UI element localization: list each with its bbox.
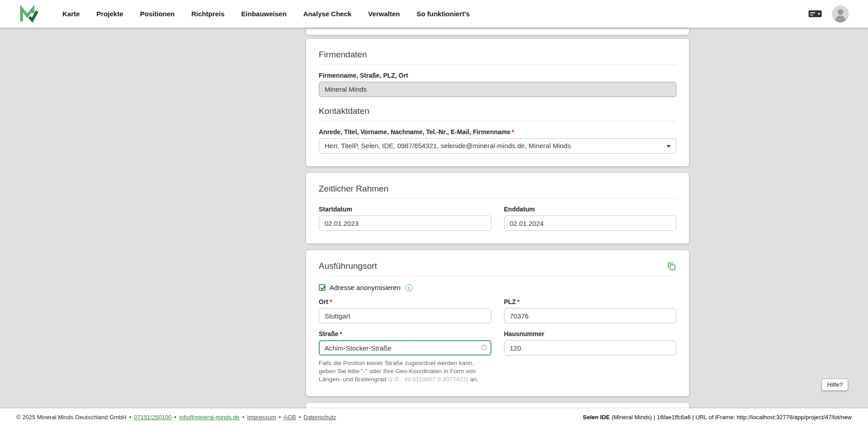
top-navigation: Karte Projekte Positionen Richtpreis Ein… (0, 0, 868, 28)
strasse-field: Straße* Falls die Position keiner Straße… (319, 323, 491, 384)
separator-dot: • (174, 414, 176, 421)
chevron-down-icon (666, 145, 671, 148)
startdatum-field: Startdatum (319, 199, 491, 231)
plz-label-text: PLZ (504, 298, 516, 305)
ort-input[interactable] (319, 308, 491, 323)
startdatum-label: Startdatum (319, 206, 491, 213)
footer-status: Selen IDE (Mineral Minds) | 16fae1ffc6a6… (583, 414, 852, 421)
footer-email-link[interactable]: info@mineral-minds.de (179, 414, 240, 421)
anonymize-label: Adresse anonymisieren (330, 284, 401, 291)
nav-item-positionen[interactable]: Positionen (140, 10, 175, 18)
ort-field: Ort* (319, 291, 491, 323)
address-fields-grid: Ort* PLZ* Straße* Falls die P (319, 291, 676, 384)
nav-item-einbauweisen[interactable]: Einbauweisen (241, 10, 287, 18)
server-icon[interactable] (808, 9, 822, 19)
ausfuehrungsort-header: Ausführungsort (319, 261, 676, 272)
help-button[interactable]: Hilfe? (821, 379, 848, 391)
footer-agb-link[interactable]: AGB (283, 414, 296, 421)
required-marker: * (517, 298, 519, 305)
required-marker: * (340, 330, 342, 337)
strasse-input[interactable] (319, 340, 491, 356)
separator-dot: • (279, 414, 281, 421)
separator-dot: • (129, 414, 132, 421)
section-title-firmendaten: Firmendaten (319, 50, 676, 60)
nav-item-richtpreis[interactable]: Richtpreis (191, 10, 224, 18)
iframe-url-text: (Mineral Minds) | 16fae1ffc6a6 | URL of … (610, 414, 852, 421)
required-marker: * (512, 128, 514, 136)
copyright-text: © 2025 Mineral Minds Deutschland GmbH (16, 414, 127, 421)
footer-datenschutz-link[interactable]: Datenschutz (303, 414, 336, 421)
divider (319, 65, 676, 65)
contact-select[interactable]: Herr, TitelP, Selen, IDE, 0987/654321, s… (319, 138, 676, 154)
contact-select-value: Herr, TitelP, Selen, IDE, 0987/654321, s… (325, 142, 571, 150)
company-label: Firmenname, Straße, PLZ, Ort (319, 72, 676, 79)
divider (319, 121, 676, 122)
anonymize-checkbox[interactable] (319, 284, 326, 291)
hausnummer-label: Hausnummer (504, 330, 677, 337)
nav-item-projekte[interactable]: Projekte (96, 10, 123, 18)
footer-impressum-link[interactable]: Impressum (247, 414, 276, 421)
section-title-zeitlicher-rahmen: Zeitlicher Rahmen (319, 184, 676, 194)
strasse-label: Straße* (319, 330, 491, 337)
plz-input[interactable] (504, 308, 677, 323)
strasse-hint: Falls die Position keiner Straße zugeord… (319, 359, 487, 384)
ort-label: Ort* (319, 298, 491, 305)
separator-dot: • (242, 414, 245, 421)
plz-field: PLZ* (504, 291, 677, 323)
enddatum-label: Enddatum (504, 206, 677, 213)
nav-item-so-funktionierts[interactable]: So funktioniert's (416, 10, 470, 18)
mineral-minds-logo[interactable] (20, 5, 38, 23)
card-ausfuehrungsort: Ausführungsort Adresse anonymisieren Ort… (306, 250, 689, 396)
footer-links: © 2025 Mineral Minds Deutschland GmbH • … (16, 414, 336, 421)
enddatum-field: Enddatum (504, 199, 677, 231)
contact-label-text: Anrede, Titel, Vorname, Nachname, Tel.-N… (319, 128, 510, 136)
date-fields-grid: Startdatum Enddatum (319, 199, 676, 231)
strasse-label-text: Straße (319, 330, 339, 337)
contact-label: Anrede, Titel, Vorname, Nachname, Tel.-N… (319, 128, 676, 136)
required-marker: * (330, 298, 332, 305)
loading-spinner-icon (481, 345, 487, 351)
user-avatar[interactable] (832, 5, 849, 23)
info-icon[interactable] (406, 284, 413, 291)
section-title-kontaktdaten: Kontaktdaten (319, 106, 676, 117)
startdatum-input[interactable] (319, 215, 491, 231)
copy-icon[interactable] (667, 262, 676, 271)
logo-icon (20, 5, 38, 23)
nav-right-actions (808, 5, 849, 23)
card-firmendaten: Firmendaten Firmenname, Straße, PLZ, Ort… (306, 39, 689, 166)
divider (319, 276, 676, 276)
plz-label: PLZ* (504, 298, 677, 305)
separator-dot: • (299, 414, 301, 421)
ide-name-text: Selen IDE (583, 414, 610, 421)
main-nav: Karte Projekte Positionen Richtpreis Ein… (62, 10, 470, 18)
hint-suffix-text: an. (468, 376, 479, 383)
company-label-text: Firmenname, Straße, PLZ, Ort (319, 72, 408, 79)
nav-item-analyse-check[interactable]: Analyse Check (303, 10, 352, 18)
project-form-content: Firmendaten Firmenname, Straße, PLZ, Ort… (306, 28, 689, 421)
anonymize-row: Adresse anonymisieren (319, 284, 676, 291)
section-title-ausfuehrungsort: Ausführungsort (319, 261, 377, 272)
card-zeitlicher-rahmen: Zeitlicher Rahmen Startdatum Enddatum (306, 173, 689, 244)
hausnummer-input[interactable] (504, 340, 677, 356)
nav-item-verwalten[interactable]: Verwalten (368, 10, 400, 18)
footer-phone-link[interactable]: 07151/250100 (134, 414, 171, 421)
strasse-input-wrap (319, 340, 491, 356)
ort-label-text: Ort (319, 298, 328, 305)
company-input (319, 82, 676, 97)
hausnummer-field: Hausnummer (504, 323, 677, 356)
enddatum-input[interactable] (504, 215, 677, 231)
nav-item-karte[interactable]: Karte (62, 10, 80, 18)
hint-coords-example: (z.B.: 48.8115607,9.4077422) (388, 376, 468, 383)
partial-card-top (306, 29, 689, 35)
footer: © 2025 Mineral Minds Deutschland GmbH • … (0, 408, 868, 426)
